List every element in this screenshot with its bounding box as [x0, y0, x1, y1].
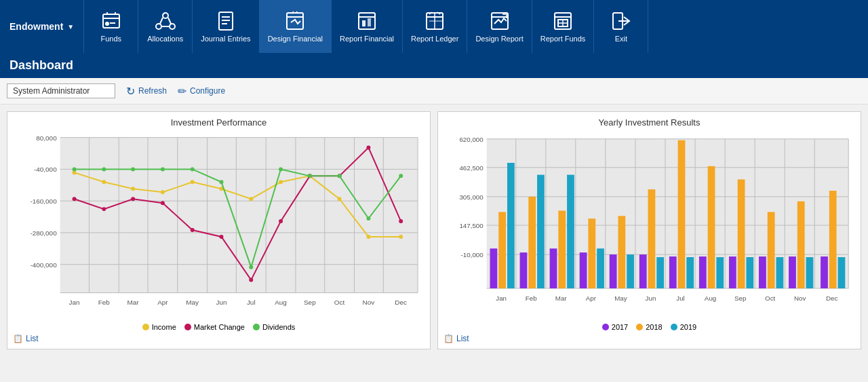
bar-oct-2018: [768, 212, 775, 288]
bar-jan-2017: [490, 248, 498, 288]
svg-point-91: [249, 278, 253, 282]
bar-sep-2017: [729, 256, 736, 288]
market-change-legend-dot: [184, 324, 191, 330]
refresh-icon: ↻: [126, 85, 135, 98]
nav-item-report-financial[interactable]: Report Financial: [332, 0, 403, 53]
nav-item-allocations[interactable]: Allocations: [138, 0, 193, 53]
user-field[interactable]: [7, 83, 115, 98]
allocations-icon: [155, 10, 176, 32]
bar-oct-2017: [759, 256, 766, 288]
svg-rect-20: [359, 13, 375, 29]
yearly-list-label: List: [456, 334, 469, 343]
endowment-menu[interactable]: Endowment ▼: [0, 0, 84, 53]
svg-text:620,000: 620,000: [459, 136, 484, 143]
bar-nov-2019: [806, 257, 814, 288]
nav-item-design-financial[interactable]: Design Financial: [260, 0, 332, 53]
nav-item-report-ledger[interactable]: Report Ledger: [403, 0, 467, 53]
bar-feb-2018: [528, 197, 536, 288]
yearly-investment-title: Yearly Investment Results: [443, 117, 855, 128]
svg-rect-0: [103, 14, 119, 28]
investment-performance-chart: 80,000 -40,000 -160,000 -280,000 -400,00…: [13, 130, 425, 320]
report-financial-icon: [356, 10, 378, 32]
svg-text:-160,000: -160,000: [30, 197, 57, 205]
nav-funds-label: Funds: [100, 35, 121, 43]
legend-2019: 2019: [671, 323, 696, 331]
2019-label: 2019: [680, 323, 696, 331]
2018-label: 2018: [646, 323, 662, 331]
svg-point-88: [161, 201, 165, 205]
svg-text:305,000: 305,000: [459, 193, 484, 201]
nav-design-financial-label: Design Financial: [268, 35, 323, 43]
configure-icon: ✏: [178, 85, 186, 98]
investment-performance-svg: 80,000 -40,000 -160,000 -280,000 -400,00…: [13, 130, 425, 320]
funds-icon: [100, 10, 122, 32]
svg-text:Jun: Jun: [646, 294, 656, 302]
yearly-investment-list-btn[interactable]: 📋 List: [443, 334, 855, 343]
svg-text:Apr: Apr: [157, 299, 168, 306]
yearly-investment-panel: Yearly Investment Results: [437, 111, 861, 349]
svg-point-103: [249, 265, 253, 269]
design-financial-icon: [284, 10, 306, 32]
svg-text:Jan: Jan: [496, 294, 507, 302]
svg-text:-10,000: -10,000: [461, 251, 484, 259]
svg-point-6: [163, 13, 168, 18]
2017-legend-dot: [602, 324, 609, 330]
svg-point-90: [219, 235, 223, 239]
svg-point-8: [170, 24, 175, 29]
bar-feb-2017: [520, 252, 528, 288]
dividends-label: Dividends: [262, 323, 295, 331]
svg-point-75: [131, 187, 135, 191]
nav-item-report-funds[interactable]: Report Funds: [532, 0, 595, 53]
svg-point-89: [191, 228, 195, 232]
configure-button[interactable]: ✏ Configure: [178, 85, 225, 98]
bar-oct-2019: [776, 257, 783, 288]
svg-text:Sep: Sep: [304, 299, 316, 306]
yearly-list-icon: 📋: [443, 334, 454, 343]
svg-text:Jun: Jun: [216, 299, 226, 306]
refresh-button[interactable]: ↻ Refresh: [126, 85, 167, 98]
bar-mar-2017: [550, 248, 557, 288]
svg-rect-16: [287, 13, 303, 29]
svg-text:May: May: [186, 299, 199, 306]
svg-line-9: [160, 18, 163, 24]
2019-legend-dot: [671, 324, 677, 330]
legend-2017: 2017: [602, 323, 628, 331]
svg-point-76: [161, 190, 165, 194]
bar-dec-2018: [829, 191, 837, 288]
nav-item-journal-entries[interactable]: Journal Entries: [193, 0, 259, 53]
dividends-legend-dot: [253, 324, 260, 330]
nav-report-financial-label: Report Financial: [340, 35, 394, 43]
investment-performance-list-btn[interactable]: 📋 List: [13, 334, 425, 343]
bar-may-2019: [627, 254, 634, 288]
market-change-label: Market Change: [194, 323, 245, 331]
svg-point-105: [308, 174, 312, 178]
nav-item-exit[interactable]: Exit: [594, 0, 648, 53]
yearly-investment-chart: 620,000 462,500 305,000 147,500 -10,000 …: [443, 130, 855, 320]
nav-item-design-report[interactable]: Design Report: [467, 0, 532, 53]
svg-text:Oct: Oct: [334, 299, 345, 306]
svg-point-108: [399, 174, 403, 178]
svg-text:Apr: Apr: [586, 294, 597, 302]
svg-text:80,000: 80,000: [36, 134, 57, 142]
bar-jun-2018: [648, 189, 656, 288]
journal-entries-icon: [215, 10, 237, 32]
svg-text:Aug: Aug: [275, 299, 287, 306]
svg-text:Nov: Nov: [794, 294, 806, 302]
svg-point-86: [102, 207, 106, 211]
nav-journal-label: Journal Entries: [201, 35, 250, 43]
svg-point-99: [131, 167, 135, 171]
bar-sep-2019: [746, 257, 753, 288]
configure-label: Configure: [190, 86, 225, 96]
svg-text:Oct: Oct: [765, 294, 775, 302]
bar-jan-2019: [507, 163, 515, 288]
bar-may-2018: [618, 216, 625, 288]
nav-report-funds-label: Report Funds: [540, 35, 586, 43]
yearly-investment-legend: 2017 2018 2019: [443, 323, 855, 331]
charts-area: Investment Performance: [0, 104, 868, 356]
dashboard-header: Dashboard: [0, 53, 868, 78]
bar-apr-2019: [597, 248, 604, 288]
bar-sep-2018: [738, 179, 745, 288]
nav-item-funds[interactable]: Funds: [84, 0, 138, 53]
svg-text:Nov: Nov: [363, 299, 375, 306]
bar-dec-2019: [838, 257, 846, 288]
